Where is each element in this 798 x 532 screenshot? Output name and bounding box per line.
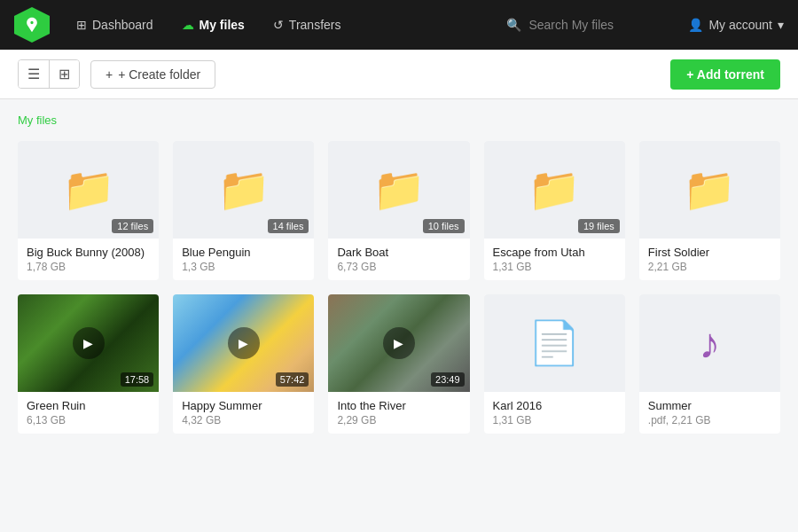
file-size: 6,13 GB [27, 414, 150, 426]
folder-thumb: 📁 [639, 141, 780, 239]
create-folder-label: + Create folder [118, 67, 200, 82]
logo[interactable] [14, 7, 50, 43]
list-icon: ☰ [27, 66, 40, 82]
create-folder-button[interactable]: + + Create folder [90, 60, 215, 89]
file-item-green-ruin[interactable]: ▶ 17:58 Green Ruin 6,13 GB [18, 294, 159, 434]
nav-item-dashboard[interactable]: ⊞ Dashboard [64, 11, 166, 39]
file-size: 4,32 GB [182, 414, 305, 426]
main-content: My files 📁 12 files Big Buck Bunny (2008… [0, 99, 798, 448]
file-info: Escape from Utah 1,31 GB [484, 239, 625, 280]
breadcrumb[interactable]: My files [18, 113, 780, 127]
folder-thumb: 📁 12 files [18, 141, 159, 239]
folder-thumb: 📁 19 files [484, 141, 625, 239]
file-info: Into the River 2,29 GB [328, 392, 469, 434]
account-icon: 👤 [688, 18, 703, 32]
play-button[interactable]: ▶ [73, 327, 105, 359]
file-grid: 📁 12 files Big Buck Bunny (2008) 1,78 GB… [18, 141, 780, 434]
file-info: Karl 2016 1,31 GB [484, 392, 625, 434]
toolbar: ☰ ⊞ + + Create folder + Add torrent [0, 50, 798, 99]
play-button[interactable]: ▶ [383, 327, 415, 359]
plus-icon: + [106, 67, 113, 82]
file-item-happy-summer[interactable]: ▶ 57:42 Happy Summer 4,32 GB [173, 294, 314, 434]
file-count-badge: 19 files [578, 219, 620, 233]
file-name: First Soldier [648, 246, 771, 259]
folder-thumb: 📁 10 files [328, 141, 469, 239]
file-size: 1,3 GB [182, 261, 305, 273]
file-size: 1,31 GB [493, 261, 616, 273]
file-info: Happy Summer 4,32 GB [173, 392, 314, 434]
file-item-blue-penguin[interactable]: 📁 14 files Blue Penguin 1,3 GB [173, 141, 314, 280]
file-item-big-buck-bunny[interactable]: 📁 12 files Big Buck Bunny (2008) 1,78 GB [18, 141, 159, 280]
play-button[interactable]: ▶ [228, 327, 260, 359]
video-thumb: ▶ 17:58 [18, 294, 159, 392]
file-name: Escape from Utah [493, 246, 616, 259]
add-torrent-label: + Add torrent [686, 67, 764, 82]
file-item-summer[interactable]: ♪ Summer .pdf, 2,21 GB [639, 294, 780, 434]
file-size: 1,78 GB [27, 261, 150, 273]
file-name: Karl 2016 [493, 399, 616, 412]
file-name: Dark Boat [337, 246, 460, 259]
file-info: Summer .pdf, 2,21 GB [639, 392, 780, 434]
add-torrent-button[interactable]: + Add torrent [670, 59, 780, 90]
file-item-escape-from-utah[interactable]: 📁 19 files Escape from Utah 1,31 GB [484, 141, 625, 280]
file-info: Big Buck Bunny (2008) 1,78 GB [18, 239, 159, 280]
file-item-dark-boat[interactable]: 📁 10 files Dark Boat 6,73 GB [328, 141, 469, 280]
file-size: 2,21 GB [648, 261, 771, 273]
account-menu[interactable]: 👤 My account ▾ [688, 18, 784, 32]
folder-icon: 📁 [217, 165, 270, 215]
file-count-badge: 14 files [268, 219, 309, 233]
search-container: 🔍 [506, 18, 670, 32]
file-info: Green Ruin 6,13 GB [18, 392, 159, 434]
search-input[interactable] [528, 18, 670, 32]
chevron-down-icon: ▾ [778, 18, 784, 32]
file-name: Summer [648, 399, 771, 412]
nav-dashboard-label: Dashboard [92, 18, 153, 32]
file-info: Blue Penguin 1,3 GB [173, 239, 314, 280]
folder-icon: 📁 [528, 165, 581, 215]
cloud-icon: ☁ [182, 18, 194, 32]
file-item-into-the-river[interactable]: ▶ 23:49 Into the River 2,29 GB [328, 294, 469, 434]
file-info: First Soldier 2,21 GB [639, 239, 780, 280]
grid-icon: ⊞ [59, 66, 70, 82]
file-info: Dark Boat 6,73 GB [328, 239, 469, 280]
music-icon: ♪ [699, 319, 720, 368]
file-name: Happy Summer [182, 399, 305, 412]
file-size: 6,73 GB [337, 261, 460, 273]
video-duration: 17:58 [121, 372, 154, 387]
nav-item-my-files[interactable]: ☁ My files [169, 11, 257, 39]
doc-thumb: 📄 [484, 294, 625, 392]
list-view-button[interactable]: ☰ [19, 60, 50, 88]
nav-transfers-label: Transfers [289, 18, 341, 32]
folder-icon: 📁 [683, 165, 736, 215]
nav-links: ⊞ Dashboard ☁ My files ↺ Transfers [64, 11, 489, 39]
transfers-icon: ↺ [273, 18, 284, 32]
music-thumb: ♪ [639, 294, 780, 392]
folder-icon: 📁 [62, 165, 115, 215]
document-icon: 📄 [528, 318, 581, 368]
view-toggle: ☰ ⊞ [18, 59, 80, 89]
video-thumb: ▶ 57:42 [173, 294, 314, 392]
folder-icon: 📁 [372, 165, 426, 215]
dashboard-icon: ⊞ [76, 18, 87, 32]
file-item-first-soldier[interactable]: 📁 First Soldier 2,21 GB [639, 141, 780, 280]
file-name: Green Ruin [27, 399, 150, 412]
grid-view-button[interactable]: ⊞ [50, 60, 79, 88]
file-name: Blue Penguin [182, 246, 305, 259]
search-icon: 🔍 [506, 18, 521, 32]
file-size: .pdf, 2,21 GB [648, 414, 771, 426]
file-count-badge: 12 files [112, 219, 153, 233]
video-duration: 23:49 [431, 372, 465, 387]
file-name: Into the River [337, 399, 460, 412]
video-duration: 57:42 [276, 372, 309, 387]
file-size: 2,29 GB [337, 414, 460, 426]
video-thumb: ▶ 23:49 [328, 294, 469, 392]
navbar: ⊞ Dashboard ☁ My files ↺ Transfers 🔍 👤 M… [0, 0, 798, 50]
file-size: 1,31 GB [493, 414, 616, 426]
file-item-karl-2016[interactable]: 📄 Karl 2016 1,31 GB [484, 294, 625, 434]
nav-myfiles-label: My files [200, 18, 245, 32]
nav-item-transfers[interactable]: ↺ Transfers [261, 11, 354, 39]
file-count-badge: 10 files [423, 219, 465, 233]
folder-thumb: 📁 14 files [173, 141, 314, 239]
file-name: Big Buck Bunny (2008) [27, 246, 150, 259]
account-label: My account [708, 18, 772, 32]
